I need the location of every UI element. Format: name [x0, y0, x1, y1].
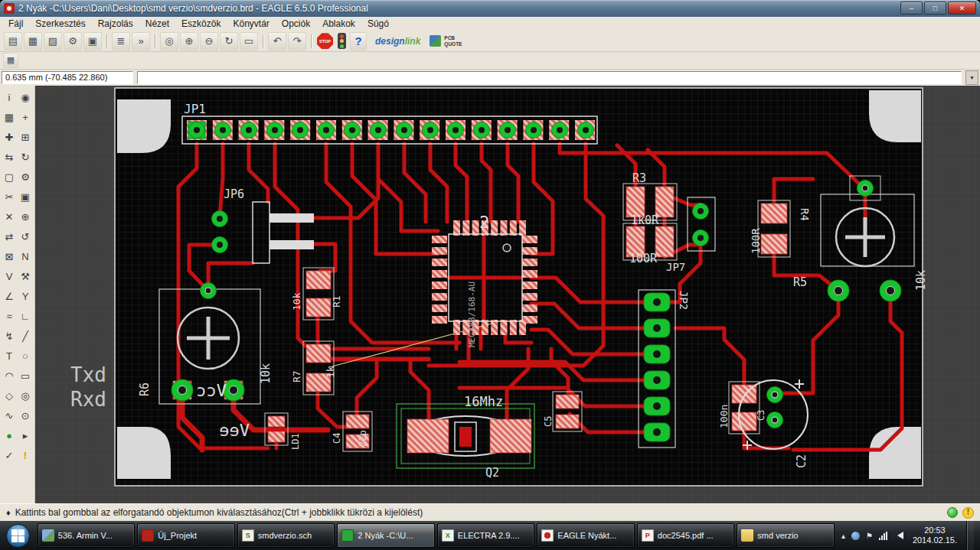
via-tool-icon[interactable]: ◎ [18, 386, 34, 406]
auto-tool-icon[interactable]: ▸ [18, 426, 34, 446]
open-board-icon[interactable]: ▤ [4, 32, 22, 50]
hidden-icons-arrow[interactable]: ▴ [841, 532, 845, 540]
copy-tool-icon[interactable]: ⊞ [18, 128, 34, 148]
label-r1: R1 [331, 295, 342, 308]
secondary-toolbar: ▦ [0, 52, 980, 70]
label-r5-value: 10k [914, 269, 928, 290]
show-tool-icon[interactable]: ◉ [18, 88, 34, 108]
route-tool-icon[interactable]: ∟ [18, 307, 34, 327]
paste-tool-icon[interactable]: ▣ [18, 187, 34, 207]
rotate-tool-icon[interactable]: ↻ [18, 148, 34, 168]
taskbar-item-folder[interactable]: smd verzio [737, 523, 835, 548]
status-bar: ♦ Kattints bal gombbal az elforgatandó o… [0, 503, 980, 521]
tray-app-icon[interactable] [851, 532, 860, 540]
action-center-flag-icon[interactable]: ⚑ [866, 532, 873, 540]
taskbar-item-schematic[interactable]: S smdverzio.sch [237, 523, 335, 548]
redo-icon[interactable]: ↷ [288, 32, 306, 50]
taskbar-item-photo[interactable]: 536. Armin V... [38, 523, 136, 548]
change-tool-icon[interactable]: ⚙ [18, 168, 34, 187]
text-tool-icon[interactable]: T [2, 347, 18, 366]
cut-tool-icon[interactable]: ✂ [2, 187, 18, 207]
zoom-select-icon[interactable]: ▭ [240, 32, 258, 50]
zoom-redraw-icon[interactable]: ↻ [220, 32, 238, 50]
close-button[interactable]: ✕ [948, 2, 976, 15]
menu-ablakok[interactable]: Ablakok [316, 18, 361, 30]
stop-icon[interactable]: STOP [317, 33, 333, 49]
group-tool-icon[interactable]: ▢ [2, 168, 18, 187]
delete-tool-icon[interactable]: ✕ [2, 207, 18, 227]
grid-button[interactable]: ▦ [3, 53, 18, 68]
help-icon[interactable]: ? [350, 32, 367, 50]
arc-tool-icon[interactable]: ◠ [2, 366, 18, 386]
name-tool-icon[interactable]: N [18, 247, 34, 267]
label-c2: C2 [795, 454, 808, 467]
circle-tool-icon[interactable]: ○ [18, 347, 34, 366]
pcb-quote-button[interactable]: PCB QUOTE [430, 35, 462, 47]
command-dropdown-icon[interactable]: ▾ [965, 70, 978, 85]
taskbar-item-electra[interactable]: X ELECTRA 2.9.... [437, 523, 535, 548]
maximize-button[interactable]: □ [924, 2, 946, 15]
print-icon[interactable]: ▨ [44, 32, 62, 50]
drc-ok-indicator [947, 507, 958, 518]
split-tool-icon[interactable]: Y [18, 287, 34, 307]
menu-sugo[interactable]: Súgó [361, 18, 395, 30]
value-tool-icon[interactable]: V [2, 267, 18, 287]
miter-tool-icon[interactable]: ∠ [2, 287, 18, 307]
menu-eszkozok[interactable]: Eszközök [175, 18, 227, 30]
taskbar-clock[interactable]: 20:53 2014.02.15. [910, 526, 960, 545]
signal-tool-icon[interactable]: ∿ [2, 406, 18, 426]
pinswap-tool-icon[interactable]: ⇄ [2, 227, 18, 247]
start-button[interactable] [2, 521, 35, 550]
errors-tool-icon[interactable]: ! [18, 446, 34, 466]
add-tool-icon[interactable]: ⊕ [18, 207, 34, 227]
undo-icon[interactable]: ↶ [268, 32, 286, 50]
zoom-out-icon[interactable]: ⊖ [200, 32, 218, 50]
ripup-tool-icon[interactable]: ↯ [2, 327, 18, 347]
menu-konyvtar[interactable]: Könyvtár [227, 18, 275, 30]
traffic-light-icon[interactable] [338, 33, 346, 49]
cam-processor-icon[interactable]: ⚙ [64, 32, 82, 50]
taskbar-item-eagle-project[interactable]: Új_Projekt [137, 523, 235, 548]
designlink-logo[interactable]: design link [375, 36, 420, 47]
taskbar-item-pdf[interactable]: P doc2545.pdf ... [637, 523, 735, 548]
coordinate-display: 0.635 mm (-70.485 22.860) [2, 71, 133, 84]
volume-icon[interactable] [893, 532, 903, 539]
save-icon[interactable]: ▦ [24, 32, 42, 50]
pdf-icon: P [642, 529, 654, 542]
taskbar-item-eagle-doc[interactable]: EAGLE Nyákt... [537, 523, 635, 548]
mark-tool-icon[interactable]: + [18, 108, 34, 128]
menu-szerkesztes[interactable]: Szerkesztés [29, 18, 91, 30]
drc-tool-icon[interactable]: ✓ [2, 446, 18, 466]
network-icon[interactable] [879, 532, 887, 540]
smash-tool-icon[interactable]: ⚒ [18, 267, 34, 287]
label-r3: R3 [632, 171, 646, 185]
info-tool-icon[interactable]: i [2, 88, 18, 108]
move-tool-icon[interactable]: ✚ [2, 128, 18, 148]
wire-tool-icon[interactable]: ╱ [18, 327, 34, 347]
optimize-tool-icon[interactable]: ≈ [2, 307, 18, 327]
minimize-button[interactable]: – [900, 2, 923, 15]
menu-nezet[interactable]: Nézet [139, 18, 175, 30]
windows-logo-icon [6, 524, 30, 548]
display-tool-icon[interactable]: ▦ [2, 108, 18, 128]
taskbar-item-board[interactable]: 2 Nyák -C:\U... [337, 523, 435, 548]
menu-fajl[interactable]: Fájl [2, 18, 29, 30]
switch-editor-icon[interactable]: ▣ [83, 32, 102, 50]
script-icon[interactable]: ≣ [112, 32, 130, 50]
run-icon[interactable]: » [132, 32, 150, 50]
zoom-fit-icon[interactable]: ◎ [160, 32, 178, 50]
board-canvas[interactable]: JP1 JP6 R3 1k0R 100R JP7 R4 100R R5 10k … [35, 86, 980, 504]
command-input[interactable] [137, 71, 962, 84]
hole-tool-icon[interactable]: ⊙ [18, 406, 34, 426]
mirror-tool-icon[interactable]: ⇆ [2, 148, 18, 168]
menu-rajzolas[interactable]: Rajzolás [92, 18, 139, 30]
zoom-in-icon[interactable]: ⊕ [180, 32, 198, 50]
menu-opciok[interactable]: Opciók [276, 18, 316, 30]
lock-tool-icon[interactable]: ⊠ [2, 247, 18, 267]
polygon-tool-icon[interactable]: ◇ [2, 386, 18, 406]
replace-tool-icon[interactable]: ↺ [18, 227, 34, 247]
ratsnest-tool-icon[interactable]: ● [2, 426, 18, 446]
show-desktop-button[interactable] [966, 521, 974, 550]
label-jp6: JP6 [224, 187, 244, 201]
rect-tool-icon[interactable]: ▭ [18, 366, 34, 386]
